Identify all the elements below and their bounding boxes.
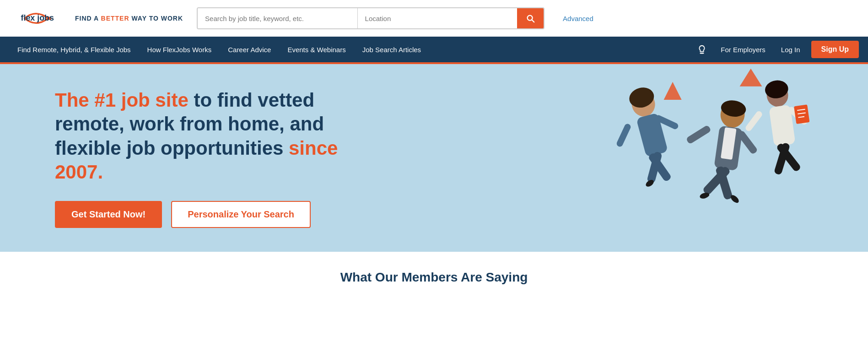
nav-how-it-works[interactable]: How FlexJobs Works [139, 37, 220, 62]
svg-rect-18 [686, 125, 712, 144]
members-section: What Our Members Are Saying [0, 252, 868, 294]
logo-area: flex jobs FIND A BETTER WAY TO WORK [18, 5, 183, 32]
flexjobs-logo[interactable]: flex jobs [18, 5, 69, 32]
signup-button[interactable]: Sign Up [811, 41, 859, 58]
advanced-search-link[interactable]: Advanced [563, 15, 593, 22]
hero-section: The #1 job site to find vetted remote, w… [0, 64, 868, 252]
nav-events[interactable]: Events & Webinars [279, 37, 354, 62]
svg-rect-27 [744, 110, 763, 132]
get-started-button[interactable]: Get Started Now! [55, 201, 162, 228]
svg-rect-9 [615, 123, 631, 147]
nav-find-jobs[interactable]: Find Remote, Hybrid, & Flexible Jobs [9, 37, 139, 62]
svg-marker-34 [740, 69, 762, 87]
members-title: What Our Members Are Saying [9, 270, 859, 285]
svg-text:flex: flex [21, 13, 35, 22]
location-input[interactable] [358, 8, 518, 28]
search-button[interactable] [517, 8, 544, 28]
personalize-search-button[interactable]: Personalize Your Search [171, 201, 311, 228]
login-button[interactable]: Log In [774, 37, 808, 62]
search-icon [525, 13, 535, 23]
tagline: FIND A BETTER WAY TO WORK [75, 15, 183, 22]
hero-text-content: The #1 job site to find vetted remote, w… [55, 88, 366, 228]
svg-rect-29 [794, 104, 809, 124]
nav-bar: Find Remote, Hybrid, & Flexible Jobs How… [0, 37, 868, 62]
job-search-input[interactable] [198, 8, 357, 28]
svg-marker-33 [664, 82, 682, 100]
hero-heading: The #1 job site to find vetted remote, w… [55, 88, 366, 184]
lightbulb-icon-button[interactable] [691, 37, 712, 62]
svg-text:jobs: jobs [37, 13, 54, 22]
nav-articles[interactable]: Job Search Articles [354, 37, 429, 62]
top-bar: flex jobs FIND A BETTER WAY TO WORK Adva… [0, 0, 868, 37]
hero-illustration [593, 64, 868, 252]
hero-buttons: Get Started Now! Personalize Your Search [55, 201, 366, 228]
lightbulb-icon [697, 44, 707, 54]
nav-career-advice[interactable]: Career Advice [220, 37, 279, 62]
search-bar [197, 7, 545, 29]
nav-employers[interactable]: For Employers [712, 37, 774, 62]
